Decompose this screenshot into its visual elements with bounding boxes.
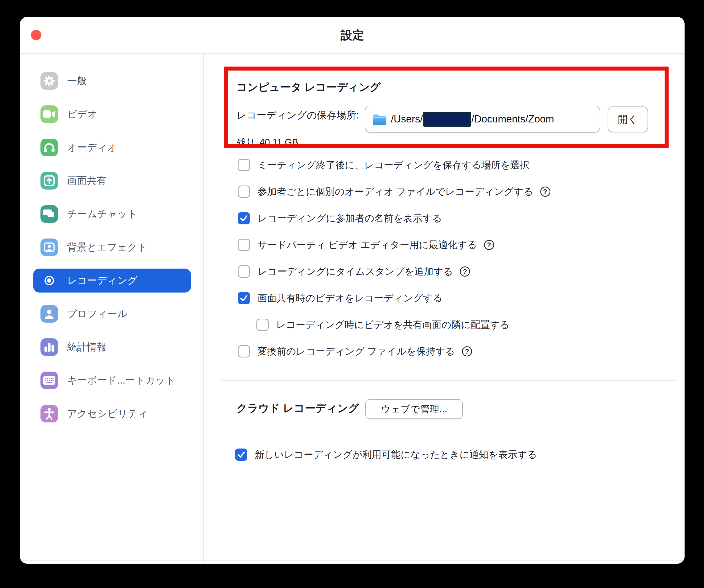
option-row: 画面共有時のビデオをレコーディングする [238, 285, 550, 312]
remaining-label: 残り [236, 137, 255, 147]
background-effects-icon [41, 239, 58, 256]
option-label: レコーディングに参加者の名前を表示する [257, 212, 442, 225]
sidebar-item-label: 画面共有 [67, 174, 107, 187]
path-suffix: /Documents/Zoom [471, 113, 554, 125]
recording-options-list: ミーティング終了後に、レコーディングを保存する場所を選択参加者ごとに個別のオーデ… [238, 152, 550, 365]
video-icon [41, 106, 58, 123]
checkbox[interactable] [238, 345, 250, 357]
checkbox[interactable] [256, 319, 269, 331]
sidebar-item-label: 一般 [67, 74, 87, 87]
sidebar-item[interactable]: チームチャット [33, 202, 191, 226]
keyboard-icon [41, 372, 58, 389]
checkbox[interactable] [235, 449, 247, 461]
option-label: 新しいレコーディングが利用可能になったときに通知を表示する [255, 448, 537, 461]
sidebar-item-label: オーディオ [67, 141, 117, 154]
option-row: レコーディングにタイムスタンプを追加する? [238, 258, 550, 285]
redacted-username [423, 112, 471, 127]
path-prefix: /Users/ [391, 113, 423, 125]
option-row: レコーディング時にビデオを共有画面の隣に配置する [256, 312, 550, 338]
settings-window: 設定 一般ビデオオーディオ画面共有チームチャット背景とエフェクトレコーディングプ… [20, 17, 685, 564]
sidebar-item[interactable]: 一般 [33, 69, 191, 93]
option-label: 画面共有時のビデオをレコーディングする [257, 292, 443, 305]
sidebar-item[interactable]: ビデオ [33, 102, 191, 126]
option-label: サードパーティ ビデオ エディター用に最適化する [257, 239, 477, 252]
notification-option: 新しいレコーディングが利用可能になったときに通知を表示する [235, 441, 537, 468]
checkbox[interactable] [238, 239, 250, 251]
folder-icon [372, 113, 387, 125]
open-folder-button[interactable]: 開く [607, 107, 648, 132]
close-window-button[interactable] [31, 30, 41, 40]
option-label: レコーディング時にビデオを共有画面の隣に配置する [276, 318, 510, 331]
sidebar-item[interactable]: プロフィール [33, 302, 191, 326]
sidebar-item-label: ビデオ [67, 108, 98, 121]
cloud-recording-heading: クラウド レコーディング [236, 402, 359, 414]
sidebar-item[interactable]: 背景とエフェクト [33, 235, 191, 259]
profile-icon [41, 305, 58, 323]
accessibility-icon [41, 405, 58, 422]
recording-path-field[interactable]: /Users/ /Documents/Zoom [365, 106, 600, 133]
section-divider [221, 380, 676, 381]
sidebar: 一般ビデオオーディオ画面共有チームチャット背景とエフェクトレコーディングプロフィ… [20, 54, 204, 564]
checkbox[interactable] [238, 265, 250, 278]
option-label: レコーディングにタイムスタンプを追加する [257, 265, 453, 278]
sidebar-item-label: アクセシビリティ [67, 407, 148, 420]
option-row: レコーディングに参加者の名前を表示する [238, 205, 550, 232]
sidebar-item[interactable]: オーディオ [33, 135, 191, 159]
manage-on-web-button[interactable]: ウェブで管理... [365, 399, 463, 419]
team-chat-icon [41, 205, 58, 223]
statistics-icon [41, 338, 58, 356]
sidebar-item-label: レコーディング [67, 274, 137, 287]
sidebar-item-label: 統計情報 [67, 340, 107, 354]
checkbox[interactable] [238, 292, 250, 304]
sidebar-item[interactable]: 統計情報 [33, 335, 191, 359]
computer-recording-heading: コンピュータ レコーディング [236, 81, 380, 93]
help-icon[interactable]: ? [460, 266, 470, 276]
recording-location-label: レコーディングの保存場所: [236, 110, 359, 121]
sidebar-item[interactable]: 画面共有 [33, 169, 191, 193]
checkbox[interactable] [238, 212, 250, 224]
sidebar-item-label: キーボード...ートカット [67, 374, 175, 387]
checkbox[interactable] [238, 186, 250, 198]
option-row: ミーティング終了後に、レコーディングを保存する場所を選択 [238, 152, 550, 178]
sidebar-item[interactable]: キーボード...ートカット [33, 369, 191, 392]
option-row: サードパーティ ビデオ エディター用に最適化する? [238, 232, 550, 258]
option-row: 新しいレコーディングが利用可能になったときに通知を表示する [235, 441, 537, 468]
window-title: 設定 [20, 17, 685, 53]
option-label: 変換前のレコーディング ファイルを保持する [257, 345, 455, 358]
remaining-storage: 残り40.11 GB [236, 136, 298, 148]
option-row: 参加者ごとに個別のオーディオ ファイルでレコーディングする? [238, 178, 550, 205]
option-label: 参加者ごとに個別のオーディオ ファイルでレコーディングする [257, 185, 533, 198]
sidebar-item-label: チームチャット [67, 207, 137, 221]
record-icon [41, 272, 58, 289]
sidebar-item[interactable]: アクセシビリティ [33, 402, 191, 426]
sidebar-item[interactable]: レコーディング [33, 269, 191, 292]
help-icon[interactable]: ? [462, 346, 472, 356]
audio-icon [41, 139, 58, 156]
help-icon[interactable]: ? [540, 187, 550, 197]
sidebar-item-label: 背景とエフェクト [67, 241, 147, 254]
option-label: ミーティング終了後に、レコーディングを保存する場所を選択 [257, 159, 530, 172]
sidebar-item-label: プロフィール [67, 307, 127, 321]
title-bar: 設定 [20, 17, 685, 54]
gear-icon [41, 72, 58, 90]
remaining-value: 40.11 GB [259, 137, 298, 147]
checkbox[interactable] [238, 159, 250, 171]
option-row: 変換前のレコーディング ファイルを保持する? [238, 338, 550, 365]
help-icon[interactable]: ? [484, 240, 494, 250]
screen-share-icon [41, 172, 58, 190]
sidebar-list: 一般ビデオオーディオ画面共有チームチャット背景とエフェクトレコーディングプロフィ… [33, 69, 191, 435]
window-bottom-seam [20, 560, 685, 561]
